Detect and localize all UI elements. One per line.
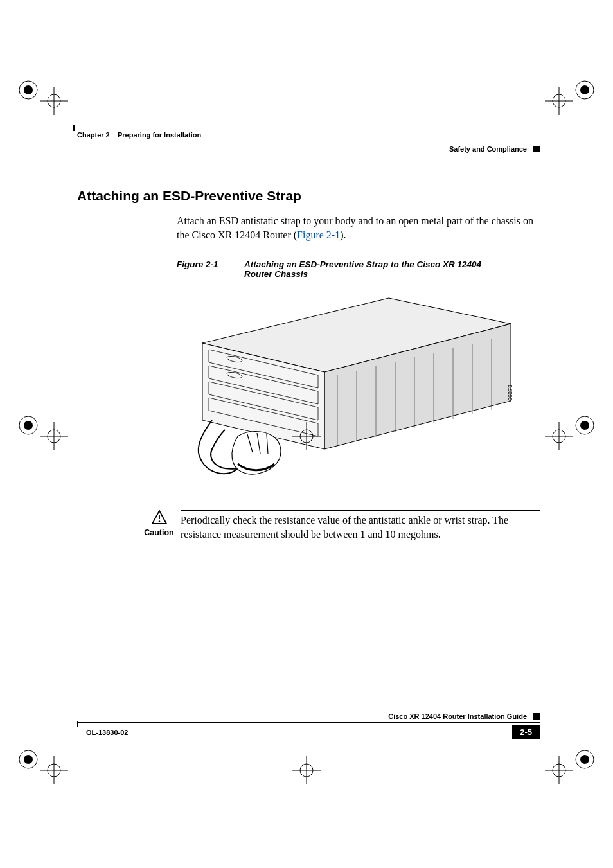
svg-point-30 [580, 85, 589, 94]
guide-title: Cisco XR 12404 Router Installation Guide [388, 713, 527, 720]
register-mark-icon [571, 76, 599, 104]
para-text-post: ). [340, 229, 346, 240]
register-mark-icon [40, 87, 68, 115]
figure-illustration: 66273 [177, 285, 517, 491]
register-mark-icon [545, 756, 573, 784]
chapter-number: Chapter 2 [77, 131, 110, 139]
register-mark-icon [545, 87, 573, 115]
document-id: OL-13830-02 [86, 729, 128, 736]
header-square-marker [533, 146, 540, 152]
svg-point-53 [580, 755, 589, 764]
footer-bottom-row: OL-13830-02 2-5 [77, 725, 540, 739]
register-mark-icon [14, 76, 42, 104]
footer-guide-row: Cisco XR 12404 Router Installation Guide [77, 713, 540, 723]
footer-tick-mark [77, 721, 78, 727]
register-mark-icon [40, 756, 68, 784]
section-heading: Attaching an ESD-Preventive Strap [77, 188, 540, 204]
register-mark-icon [571, 411, 599, 439]
svg-point-35 [24, 421, 33, 430]
caution-icon-column: Caution [141, 510, 177, 537]
register-mark-icon [40, 422, 68, 450]
figure-title: Attaching an ESD-Preventive Strap to the… [244, 260, 501, 279]
router-esd-strap-illustration: 66273 [177, 285, 517, 491]
caution-triangle-icon [141, 510, 177, 527]
section-header-label: Safety and Compliance [449, 145, 527, 153]
svg-point-25 [24, 85, 33, 94]
caution-text-column: Periodically check the resistance value … [181, 510, 540, 545]
chapter-label: Chapter 2 Preparing for Installation [77, 131, 201, 139]
footer-square-marker [533, 713, 540, 720]
register-mark-icon [571, 745, 599, 774]
register-mark-icon [14, 411, 42, 439]
caution-block: Caution Periodically check the resistanc… [141, 510, 540, 545]
page-number: 2-5 [512, 725, 540, 739]
register-mark-icon [292, 422, 321, 450]
register-mark-icon [14, 745, 42, 774]
svg-point-48 [24, 755, 33, 764]
register-mark-icon [292, 756, 321, 784]
figure-caption: Figure 2-1 Attaching an ESD-Preventive S… [177, 260, 540, 279]
figure-crossref-link[interactable]: Figure 2-1 [297, 229, 340, 240]
svg-point-40 [580, 421, 589, 430]
chapter-title: Preparing for Installation [118, 131, 201, 139]
figure-number: Figure 2-1 [177, 260, 244, 279]
section-header-row: Safety and Compliance [77, 145, 540, 153]
register-mark-icon [545, 422, 573, 450]
header-tick-mark [73, 125, 75, 131]
caution-text: Periodically check the resistance value … [181, 513, 540, 541]
para-text-pre: Attach an ESD antistatic strap to your b… [177, 215, 533, 240]
body-paragraph-block: Attach an ESD antistatic strap to your b… [177, 214, 540, 242]
caution-label: Caution [141, 528, 177, 537]
svg-point-23 [158, 520, 160, 522]
intro-paragraph: Attach an ESD antistatic strap to your b… [177, 214, 540, 242]
running-header: Chapter 2 Preparing for Installation [77, 128, 540, 141]
page-footer: Cisco XR 12404 Router Installation Guide… [77, 713, 540, 739]
artwork-id-label: 66273 [507, 385, 513, 401]
